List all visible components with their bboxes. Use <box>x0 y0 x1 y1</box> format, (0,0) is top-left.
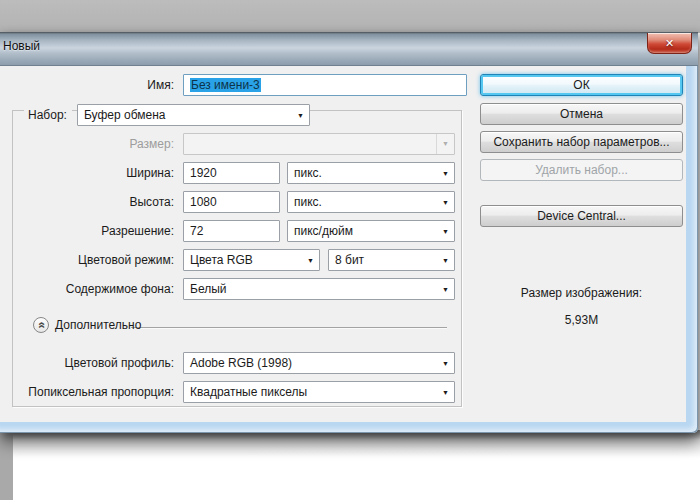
dropdown-arrow-icon: ▼ <box>297 105 304 126</box>
height-label: Высота: <box>0 191 174 213</box>
width-value: 1920 <box>190 166 217 180</box>
pixel-aspect-select[interactable]: Квадратные пикселы ▼ <box>183 381 455 403</box>
bit-depth-select[interactable]: 8 бит ▼ <box>328 249 455 271</box>
dropdown-arrow-icon: ▼ <box>442 192 449 213</box>
pixel-aspect-label: Попиксельная пропорция: <box>0 381 174 403</box>
resolution-unit-value: пикс/дюйм <box>294 224 353 238</box>
delete-preset-button: Удалить набор... <box>480 159 683 181</box>
height-input[interactable]: 1080 <box>183 191 280 213</box>
width-label: Ширина: <box>0 162 174 184</box>
width-unit-select[interactable]: пикс. ▼ <box>287 162 455 184</box>
close-icon: ✕ <box>648 33 691 53</box>
pixel-aspect-value: Квадратные пикселы <box>190 385 307 399</box>
size-label: Размер: <box>0 133 174 155</box>
dialog-title: Новый <box>3 39 40 53</box>
advanced-separator <box>131 327 447 329</box>
preset-select[interactable]: Буфер обмена ▼ <box>77 104 310 126</box>
image-size-label: Размер изображения: <box>480 286 683 300</box>
device-central-button[interactable]: Device Central... <box>480 205 683 227</box>
name-input-selected-text: Без имени-3 <box>190 78 261 92</box>
height-value: 1080 <box>190 195 217 209</box>
color-mode-label: Цветовой режим: <box>0 249 174 271</box>
color-mode-value: Цвета RGB <box>190 253 253 267</box>
dropdown-arrow-icon: ▼ <box>307 250 314 271</box>
dropdown-arrow-icon: ▼ <box>442 221 449 242</box>
dialog-client-area: Имя: Без имени-3 Набор: Буфер обмена ▼ Р… <box>0 66 686 422</box>
save-preset-button[interactable]: Сохранить набор параметров... <box>480 131 683 153</box>
dropdown-arrow-icon: ▼ <box>442 353 449 374</box>
dropdown-arrow-icon: ▼ <box>442 382 449 403</box>
collapse-chevron-icon: « <box>34 318 48 332</box>
workspace-background-left <box>0 433 13 500</box>
new-document-dialog: Новый ✕ Имя: Без имени-3 Набор: Буфер об… <box>0 32 698 433</box>
color-profile-label: Цветовой профиль: <box>0 352 174 374</box>
preset-label: Набор: <box>24 104 72 126</box>
size-select: ▼ <box>183 133 455 155</box>
height-unit-select[interactable]: пикс. ▼ <box>287 191 455 213</box>
bit-depth-value: 8 бит <box>335 253 364 267</box>
preset-value: Буфер обмена <box>84 108 166 122</box>
width-unit-value: пикс. <box>294 166 322 180</box>
dialog-titlebar[interactable]: Новый ✕ <box>0 32 698 66</box>
name-label: Имя: <box>0 74 174 96</box>
advanced-label: Дополнительно <box>55 314 141 336</box>
name-input[interactable]: Без имени-3 <box>183 74 467 96</box>
cancel-button[interactable]: Отмена <box>480 103 683 125</box>
background-contents-select[interactable]: Белый ▼ <box>183 278 455 300</box>
resolution-input[interactable]: 72 <box>183 220 280 242</box>
color-profile-select[interactable]: Adobe RGB (1998) ▼ <box>183 352 455 374</box>
ok-button[interactable]: ОК <box>480 74 683 96</box>
dropdown-arrow-icon: ▼ <box>436 134 449 154</box>
photoshop-workspace: Новый ✕ Имя: Без имени-3 Набор: Буфер об… <box>0 0 700 500</box>
dropdown-arrow-icon: ▼ <box>442 279 449 300</box>
color-profile-value: Adobe RGB (1998) <box>190 356 292 370</box>
resolution-label: Разрешение: <box>0 220 174 242</box>
resolution-value: 72 <box>190 224 203 238</box>
workspace-background-top <box>0 0 700 33</box>
height-unit-value: пикс. <box>294 195 322 209</box>
width-input[interactable]: 1920 <box>183 162 280 184</box>
dropdown-arrow-icon: ▼ <box>442 163 449 184</box>
dropdown-arrow-icon: ▼ <box>442 250 449 271</box>
image-size-value: 5,93M <box>480 313 683 327</box>
advanced-toggle[interactable]: « <box>33 317 49 333</box>
color-mode-select[interactable]: Цвета RGB ▼ <box>183 249 320 271</box>
dialog-drop-shadow <box>0 430 700 458</box>
background-contents-label: Содержимое фона: <box>0 278 174 300</box>
resolution-unit-select[interactable]: пикс/дюйм ▼ <box>287 220 455 242</box>
close-button[interactable]: ✕ <box>647 33 692 54</box>
background-contents-value: Белый <box>190 282 226 296</box>
